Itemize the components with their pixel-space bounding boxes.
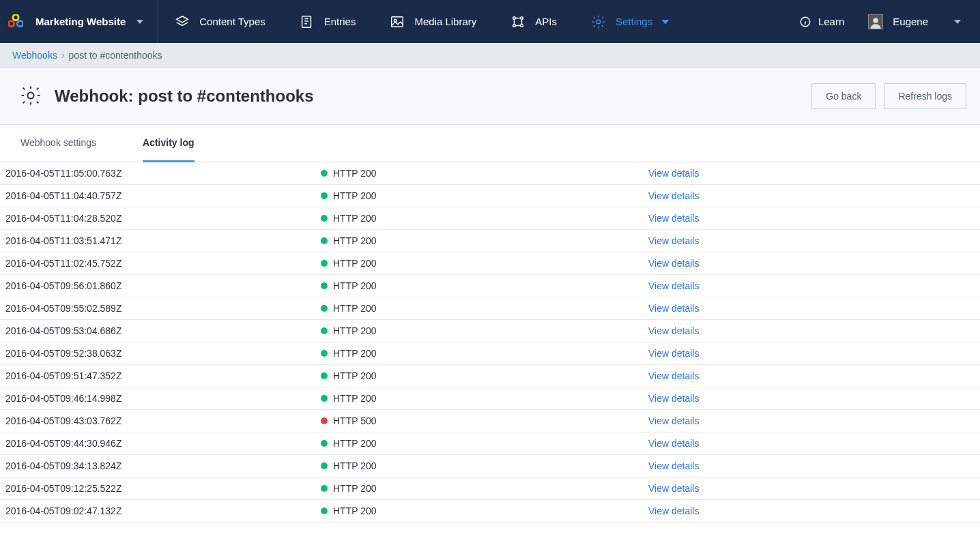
svg-point-15 — [27, 92, 33, 98]
svg-point-0 — [13, 14, 18, 20]
svg-point-14 — [874, 18, 879, 23]
view-details-link[interactable]: View details — [648, 393, 699, 404]
svg-point-10 — [596, 20, 601, 24]
log-action: View details — [648, 280, 699, 291]
status-dot-success — [321, 237, 328, 244]
avatar — [868, 14, 883, 29]
log-row: 2016-04-05T11:04:28.520ZHTTP 200View det… — [0, 207, 980, 230]
nav-entries[interactable]: Entries — [283, 0, 373, 43]
log-timestamp: 2016-04-05T09:51:47.352Z — [0, 370, 321, 381]
view-details-link[interactable]: View details — [648, 258, 699, 269]
view-details-link[interactable]: View details — [648, 438, 699, 449]
view-details-link[interactable]: View details — [648, 168, 699, 179]
layers-icon — [175, 14, 190, 29]
log-action: View details — [648, 438, 699, 449]
info-icon — [799, 16, 811, 28]
log-row: 2016-04-05T09:46:14.998ZHTTP 200View det… — [0, 387, 980, 410]
nav-media-library[interactable]: Media Library — [373, 0, 493, 43]
chevron-down-icon — [136, 20, 143, 24]
learn-label: Learn — [818, 16, 844, 27]
user-menu[interactable]: Eugene — [861, 14, 973, 29]
user-name: Eugene — [893, 16, 928, 27]
view-details-link[interactable]: View details — [648, 460, 699, 471]
api-icon — [510, 14, 525, 29]
log-status-text: HTTP 200 — [333, 213, 377, 224]
svg-point-1 — [8, 20, 14, 26]
view-details-link[interactable]: View details — [648, 370, 699, 381]
log-action: View details — [648, 213, 699, 224]
nav-content-types[interactable]: Content Types — [158, 0, 282, 43]
log-status: HTTP 200 — [321, 213, 648, 224]
log-row: 2016-04-05T09:53:04.686ZHTTP 200View det… — [0, 320, 980, 342]
log-row: 2016-04-05T09:44:30.946ZHTTP 200View det… — [0, 432, 980, 455]
log-action: View details — [648, 235, 699, 246]
log-row: 2016-04-05T09:51:47.352ZHTTP 200View det… — [0, 365, 980, 387]
view-details-link[interactable]: View details — [648, 235, 699, 246]
log-status: HTTP 200 — [321, 168, 648, 179]
view-details-link[interactable]: View details — [648, 280, 699, 291]
entries-icon — [300, 14, 315, 29]
view-details-link[interactable]: View details — [648, 348, 699, 359]
svg-rect-3 — [302, 16, 311, 27]
svg-point-8 — [513, 24, 516, 27]
space-switcher[interactable]: Marketing Website — [35, 0, 158, 43]
tab-activity-log[interactable]: Activity log — [143, 125, 194, 162]
log-row: 2016-04-05T11:03:51.471ZHTTP 200View det… — [0, 230, 980, 252]
log-status-text: HTTP 200 — [333, 280, 377, 291]
log-status: HTTP 200 — [321, 393, 648, 404]
nav-settings[interactable]: Settings — [574, 0, 695, 43]
view-details-link[interactable]: View details — [648, 505, 699, 516]
view-details-link[interactable]: View details — [648, 190, 699, 201]
gear-icon — [19, 84, 42, 109]
log-timestamp: 2016-04-05T11:05:00.763Z — [0, 168, 321, 179]
log-status: HTTP 200 — [321, 505, 648, 516]
log-status: HTTP 200 — [321, 235, 648, 246]
log-status-text: HTTP 200 — [333, 258, 377, 269]
status-dot-success — [321, 372, 328, 379]
log-action: View details — [648, 325, 699, 336]
learn-link[interactable]: Learn — [782, 16, 861, 28]
log-timestamp: 2016-04-05T09:12:25.522Z — [0, 483, 321, 494]
view-details-link[interactable]: View details — [648, 213, 699, 224]
nav-apis[interactable]: APIs — [493, 0, 574, 43]
log-status: HTTP 200 — [321, 483, 648, 494]
log-status-text: HTTP 200 — [333, 190, 377, 201]
log-row: 2016-04-05T09:52:38.063ZHTTP 200View det… — [0, 342, 980, 365]
status-dot-success — [321, 485, 328, 492]
log-timestamp: 2016-04-05T09:55:02.589Z — [0, 303, 321, 314]
log-action: View details — [648, 190, 699, 201]
log-status-text: HTTP 200 — [333, 438, 377, 449]
go-back-button[interactable]: Go back — [811, 83, 876, 109]
log-row: 2016-04-05T09:56:01.860ZHTTP 200View det… — [0, 275, 980, 297]
log-timestamp: 2016-04-05T11:04:28.520Z — [0, 213, 321, 224]
tab-webhook-settings[interactable]: Webhook settings — [20, 125, 96, 162]
nav-label: Media Library — [414, 16, 476, 27]
log-status-text: HTTP 200 — [333, 235, 377, 246]
log-row: 2016-04-05T09:55:02.589ZHTTP 200View det… — [0, 297, 980, 320]
view-details-link[interactable]: View details — [648, 325, 699, 336]
log-timestamp: 2016-04-05T09:46:14.998Z — [0, 393, 321, 404]
log-timestamp: 2016-04-05T11:03:51.471Z — [0, 235, 321, 246]
view-details-link[interactable]: View details — [648, 303, 699, 314]
status-dot-success — [321, 440, 328, 447]
log-timestamp: 2016-04-05T09:44:30.946Z — [0, 438, 321, 449]
view-details-link[interactable]: View details — [648, 415, 699, 426]
primary-nav: Content Types Entries Media Library APIs… — [158, 0, 695, 43]
log-row: 2016-04-05T09:12:25.522ZHTTP 200View det… — [0, 477, 980, 500]
breadcrumb-root[interactable]: Webhooks — [12, 50, 57, 61]
status-dot-success — [321, 462, 328, 469]
nav-label: APIs — [535, 16, 557, 27]
log-status: HTTP 200 — [321, 438, 648, 449]
tabs: Webhook settings Activity log — [0, 125, 980, 162]
nav-label: Entries — [324, 16, 356, 27]
status-dot-success — [321, 305, 328, 312]
log-row: 2016-04-05T11:05:00.763ZHTTP 200View det… — [0, 162, 980, 185]
log-action: View details — [648, 505, 699, 516]
log-status: HTTP 200 — [321, 348, 648, 359]
refresh-logs-button[interactable]: Refresh logs — [884, 83, 966, 109]
log-row: 2016-04-05T09:43:03.762ZHTTP 500View det… — [0, 410, 980, 432]
page-title: Webhook: post to #contenthooks — [55, 87, 314, 106]
log-status: HTTP 200 — [321, 190, 648, 201]
log-status-text: HTTP 200 — [333, 483, 377, 494]
view-details-link[interactable]: View details — [648, 483, 699, 494]
